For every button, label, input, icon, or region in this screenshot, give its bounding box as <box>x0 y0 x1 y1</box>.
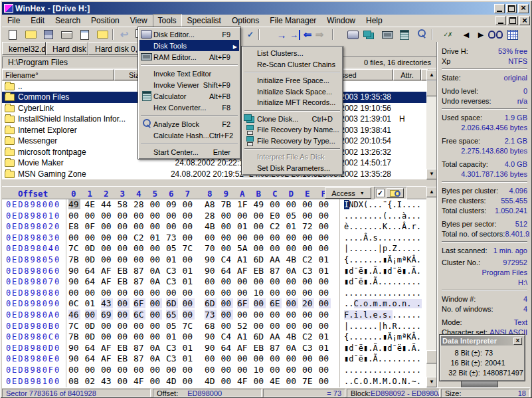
hex-byte[interactable]: 0C <box>68 298 80 308</box>
hex-byte[interactable]: 4B <box>286 332 298 342</box>
hex-scroll-up-button[interactable]: ▲ <box>426 187 437 197</box>
hex-byte[interactable]: 0D <box>85 332 97 342</box>
hex-byte[interactable]: 00 <box>237 211 249 221</box>
hex-byte[interactable]: 0A <box>150 276 162 286</box>
hex-byte[interactable]: 01 <box>237 221 249 231</box>
hex-byte[interactable]: 64 <box>85 343 97 353</box>
hex-byte[interactable]: 87 <box>270 343 282 353</box>
file-scroll-up-button[interactable]: ▲ <box>426 70 437 80</box>
new-window-icon[interactable] <box>95 29 110 41</box>
hex-byte[interactable]: 01 <box>319 343 331 353</box>
hex-byte[interactable]: 4F <box>133 376 145 386</box>
hex-byte[interactable]: 00 <box>254 353 266 363</box>
hex-byte[interactable]: 00 <box>85 233 97 243</box>
hex-byte[interactable]: 00 <box>101 321 113 331</box>
hex-byte[interactable]: 87 <box>133 266 145 276</box>
hex-byte[interactable]: 64 <box>85 276 97 286</box>
submenu-item-file-recovery-by-type[interactable]: File Recovery by Type... <box>243 136 341 147</box>
hex-byte[interactable]: 00 <box>118 233 130 243</box>
hex-byte[interactable]: 72 <box>302 221 314 231</box>
hex-byte[interactable]: 00 <box>286 310 298 320</box>
hex-byte[interactable]: 00 <box>270 310 282 320</box>
hex-byte[interactable]: 00 <box>101 254 113 264</box>
hex-byte[interactable]: 46 <box>68 310 80 320</box>
hex-byte[interactable]: 00 <box>221 276 233 286</box>
hex-byte[interactable]: 01 <box>183 343 195 353</box>
hex-byte[interactable]: 00 <box>118 310 130 320</box>
hex-byte[interactable]: 00 <box>85 288 97 298</box>
hex-byte[interactable]: 00 <box>237 310 249 320</box>
hex-byte[interactable]: 7C <box>68 321 80 331</box>
hex-char[interactable]: . <box>416 233 422 243</box>
hex-byte[interactable]: 64 <box>85 266 97 276</box>
hex-byte[interactable]: 00 <box>302 321 314 331</box>
hex-byte[interactable]: C3 <box>166 353 178 363</box>
hex-byte[interactable]: 20 <box>302 298 314 308</box>
data-interpreter-title-bar[interactable]: Data Interpreter × <box>441 336 523 346</box>
hex-byte[interactable]: 90 <box>205 343 217 353</box>
hex-byte[interactable]: 00 <box>166 211 178 221</box>
hex-byte[interactable]: 4F <box>237 376 249 386</box>
hex-byte[interactable]: 00 <box>150 243 162 253</box>
hex-byte[interactable]: 64 <box>221 343 233 353</box>
hex-byte[interactable]: 10 <box>254 365 266 375</box>
hex-byte[interactable]: 90 <box>68 343 80 353</box>
hex-byte[interactable]: 00 <box>270 233 282 243</box>
hex-byte[interactable]: 00 <box>133 211 145 221</box>
hex-char[interactable]: . <box>416 288 422 298</box>
menu-file-manager[interactable]: File Manager <box>264 14 321 27</box>
hex-byte[interactable]: 00 <box>183 310 195 320</box>
hex-byte[interactable]: 0D <box>85 243 97 253</box>
submenu-item-interpret-file-as-disk[interactable]: Interpret File As Disk <box>243 151 341 163</box>
hex-editor-grid[interactable]: 0ED898000494E445828000900A87B1F490000000… <box>2 199 426 387</box>
hex-byte[interactable]: 00 <box>286 243 298 253</box>
hex-row[interactable]: 0ED8980609064AFEB870AC3019064AFEB870AC30… <box>2 266 426 277</box>
hex-byte[interactable]: 90 <box>205 266 217 276</box>
hex-byte[interactable]: 00 <box>118 221 130 231</box>
hex-row[interactable]: 0ED8980407C0D00000000057C70005A000000000… <box>2 243 426 254</box>
column-header-attr[interactable]: Attr. <box>393 69 421 80</box>
hex-byte[interactable]: E0 <box>270 211 282 221</box>
print-icon[interactable] <box>59 29 74 41</box>
hex-byte[interactable]: 01 <box>150 233 162 243</box>
hex-byte[interactable]: 0A <box>286 266 298 276</box>
hex-byte[interactable]: 00 <box>118 321 130 331</box>
menu-tools[interactable]: Tools <box>153 14 182 27</box>
hex-byte[interactable]: 00 <box>302 211 314 221</box>
hex-byte[interactable]: 64 <box>221 266 233 276</box>
menu-help[interactable]: Help <box>361 14 388 27</box>
hex-byte[interactable]: EB <box>254 266 266 276</box>
hex-byte[interactable]: AF <box>237 343 249 353</box>
hex-byte[interactable]: 00 <box>101 288 113 298</box>
hex-byte[interactable]: 28 <box>205 211 217 221</box>
save-icon[interactable] <box>41 29 56 41</box>
hex-byte[interactable]: AF <box>101 353 113 363</box>
minimize-button[interactable] <box>494 4 505 13</box>
hex-byte[interactable]: 52 <box>237 321 249 331</box>
hex-byte[interactable]: AA <box>270 332 282 342</box>
hex-byte[interactable]: 00 <box>150 254 162 264</box>
hex-byte[interactable]: 00 <box>221 376 233 386</box>
hex-byte[interactable]: 6D <box>166 298 178 308</box>
hex-byte[interactable]: 58 <box>118 199 130 209</box>
menu-options[interactable]: Options <box>226 14 264 27</box>
submenu-item-re-scan-cluster-chains[interactable]: Re-Scan Cluster Chains <box>243 59 341 70</box>
hex-byte[interactable]: 00 <box>286 353 298 363</box>
hex-row[interactable]: 0ED8980E09064AFEB870AC301000000000000000… <box>2 353 426 365</box>
file-row-msn-gaming-zone[interactable]: MSN Gaming Zone24.08.2002 20:19:5224.08.… <box>2 169 426 179</box>
new-file-icon[interactable] <box>5 29 20 41</box>
hex-byte[interactable]: 01 <box>85 298 97 308</box>
hex-byte[interactable]: 00 <box>150 211 162 221</box>
hex-byte[interactable]: 00 <box>68 288 80 298</box>
menu-edit[interactable]: Edit <box>25 14 50 27</box>
hex-char[interactable]: . <box>416 244 422 253</box>
hex-byte[interactable]: AF <box>237 266 249 276</box>
hex-byte[interactable]: 70 <box>205 243 217 253</box>
menu-item-disk-tools[interactable]: Disk Tools <box>139 40 239 51</box>
hex-byte[interactable]: C3 <box>302 266 314 276</box>
hex-char[interactable]: . <box>416 365 422 375</box>
hex-byte[interactable]: 00 <box>101 365 113 375</box>
menu-item-calculator[interactable]: CalculatorAlt+F8 <box>139 90 239 102</box>
hex-byte[interactable]: EB <box>118 266 130 276</box>
hex-byte[interactable]: 5A <box>237 243 249 253</box>
